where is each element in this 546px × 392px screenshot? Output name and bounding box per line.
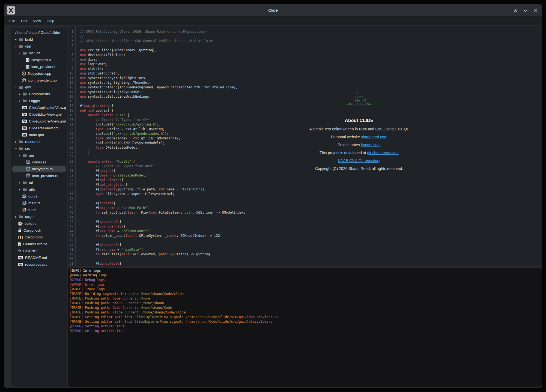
tree-item-main-qml[interactable]: Qtmain.qml <box>12 131 66 138</box>
line-number: 11 <box>68 76 73 80</box>
menu-file[interactable]: File <box>8 18 17 24</box>
tree-item-target[interactable]: ▸target <box>12 213 66 220</box>
tree-item-license[interactable]: LICENSE <box>12 247 66 254</box>
tree-item-tui-rs[interactable]: Rtui.rs <box>12 207 66 213</box>
menu-edit[interactable]: Edit <box>19 18 29 24</box>
log-line-trace: [TRACE] Setting editor path from ClideEx… <box>69 319 540 324</box>
tree-item-icon-provider-cpp[interactable]: Cicon_provider.cpp <box>12 77 66 84</box>
rust-file-icon: R <box>26 160 30 164</box>
line-number: 21 <box>68 122 73 127</box>
maximize-button[interactable] <box>512 7 518 13</box>
code-line: 9use std::fs; <box>68 67 542 71</box>
chevron-right-icon[interactable]: ▸ <box>15 140 19 143</box>
code-text: unsafe extern "RustQt" { <box>73 159 135 164</box>
svg-text:R: R <box>23 209 25 211</box>
tree-item-main-rs[interactable]: Rmain.rs <box>12 200 66 207</box>
link-shaunreed-com[interactable]: shaunreed.com <box>361 135 387 139</box>
minimize-button[interactable] <box>522 7 528 13</box>
chevron-right-icon[interactable]: ▸ <box>19 188 23 191</box>
star-icon <box>18 249 21 253</box>
tree-item-readme-md[interactable]: M↓README.md <box>12 254 66 261</box>
chevron-down-icon[interactable]: ▾ <box>15 86 19 89</box>
code-line: 12use syntect::highlighting::ThemeSet; <box>68 80 542 85</box>
tree-item-label: ClideTreeView.qml <box>29 126 59 130</box>
tree-item-build[interactable]: ▸build <box>12 36 66 43</box>
close-button[interactable] <box>532 7 538 13</box>
chevron-down-icon[interactable]: ▾ <box>15 45 19 48</box>
chevron-down-icon[interactable]: ▾ <box>15 147 19 150</box>
qt-file-icon: Qt <box>18 263 23 266</box>
gutter-divider <box>75 26 76 266</box>
code-line: 43 #[cxx_override] <box>68 224 542 229</box>
tree-item-clideexplorerview-qml[interactable]: QtClideExplorerView.qml <box>12 118 66 125</box>
tree-item-cargo-lock[interactable]: Cargo.lock <box>12 227 66 234</box>
code-text: type QString = cxx_qt_lib::QString; <box>73 127 165 131</box>
tree-item-label: Logger <box>29 99 40 103</box>
code-text <box>73 196 80 201</box>
link-kdab-cxx-qt-repository[interactable]: KDAB CXX-Qt repository <box>338 158 380 163</box>
rust-file-icon: R <box>22 201 26 205</box>
code-text: #[cxx_override] <box>73 224 125 229</box>
tree-item-tui[interactable]: ▸tui <box>12 179 66 186</box>
tree-item-colors-rs[interactable]: Rcolors.rs <box>12 159 66 166</box>
code-text: use syntect::html::{IncludeBackground, a… <box>73 85 238 90</box>
menu-view[interactable]: View <box>31 18 43 24</box>
svg-text:C: C <box>23 72 25 75</box>
chevron-right-icon[interactable]: ▸ <box>15 215 19 218</box>
tree-item-resources-qrc[interactable]: Qtresources.qrc <box>12 261 66 268</box>
tree-item-src[interactable]: ▾src <box>12 145 66 152</box>
tree-item-cpp[interactable]: ▾cpp <box>12 43 66 50</box>
code-editor[interactable]: 1// SPDX-FileCopyrightText: 2026, Shaun … <box>68 26 542 266</box>
tree-item-clideeditorview-qml[interactable]: QtClideEditorView.qml <box>12 111 66 118</box>
tree-item-build-rs[interactable]: Rbuild.rs <box>12 220 66 227</box>
tree-item-filesystem-cpp[interactable]: Cfilesystem.cpp <box>12 70 66 77</box>
folder-icon <box>23 51 27 55</box>
chevron-right-icon[interactable]: ▸ <box>19 99 23 102</box>
tree-item-clidetreeview-qml[interactable]: QtClideTreeView.qml <box>12 125 66 131</box>
clide-ascii-logo: * |.===. {}o o{} --ooO--(_)--Ooo-- <box>345 92 373 106</box>
title-bar[interactable]: Clide <box>4 4 542 17</box>
code-line: 4 <box>68 43 542 48</box>
svg-text:C: C <box>23 79 25 82</box>
svg-text:Qt: Qt <box>23 113 26 116</box>
tree-item-gui-rs[interactable]: Rgui.rs <box>12 193 66 200</box>
tree-item-filesystem-rs[interactable]: Rfilesystem.rs <box>12 166 66 172</box>
link-knoats-com[interactable]: knoats.com <box>361 143 381 147</box>
code-text: fn read_file(self: &FileSystem, path: &Q… <box>73 252 212 257</box>
menu-help[interactable]: Help <box>45 18 56 24</box>
tree-item-cargo-toml[interactable]: [T]Cargo.toml <box>12 234 66 241</box>
tree-item-cmakelists-txt[interactable]: CMakeLists.txt <box>12 241 66 247</box>
tree-item-utils[interactable]: ▸utils <box>12 186 66 193</box>
tree-item-gui[interactable]: ▾gui <box>12 152 66 159</box>
tree-item-resources[interactable]: ▸resources <box>12 138 66 145</box>
chevron-right-icon[interactable]: ▸ <box>19 181 23 184</box>
chevron-down-icon[interactable]: ▾ <box>19 154 23 157</box>
code-line: 11use syntect::easy::HighlightLines; <box>68 76 542 80</box>
log-line-error: [ERROR] Error logs <box>69 282 540 287</box>
link-git-shaunreed-com[interactable]: git.shaunreed.com <box>367 151 399 155</box>
tree-item-qml[interactable]: ▾qml <box>12 84 66 91</box>
line-number: 9 <box>68 67 73 71</box>
code-text: #[inherit] <box>73 201 115 206</box>
tree-item-clideapplicationview-qml[interactable]: QtClideApplicationView.qml <box>12 104 66 111</box>
tree-item-components[interactable]: ▸Components <box>12 91 66 97</box>
tree-item-filesystem-h[interactable]: Hfilesystem.h <box>12 56 66 63</box>
tree-item-include[interactable]: ▾include <box>12 50 66 56</box>
code-text: #[base = QFileSystemModel] <box>73 173 147 178</box>
chevron-right-icon[interactable]: ▸ <box>15 38 19 41</box>
log-console[interactable]: [INFO] Info logs[WARN] Warning logs[DEBU… <box>68 268 542 387</box>
tree-item-icon-provider-h[interactable]: Hicon_provider.h <box>12 63 66 70</box>
tree-item-logger[interactable]: ▸Logger <box>12 97 66 104</box>
chevron-down-icon[interactable]: ▾ <box>19 52 23 55</box>
splitter-handle[interactable] <box>68 266 542 268</box>
tree-item-label: resources.qrc <box>25 262 47 267</box>
log-line-trace: [TRACE] Pushing path: clide Current: /ho… <box>69 310 540 315</box>
tree-item-icon-provider-rs[interactable]: Ricon_provider.rs <box>12 172 66 179</box>
svg-text:Qt: Qt <box>23 127 26 130</box>
line-number: 24 <box>68 136 73 141</box>
code-line: 37 <box>68 196 542 201</box>
folder-icon <box>23 92 27 96</box>
line-number: 41 <box>68 215 73 220</box>
tree-item-label: resources <box>25 140 41 144</box>
chevron-right-icon[interactable]: ▸ <box>19 92 23 95</box>
